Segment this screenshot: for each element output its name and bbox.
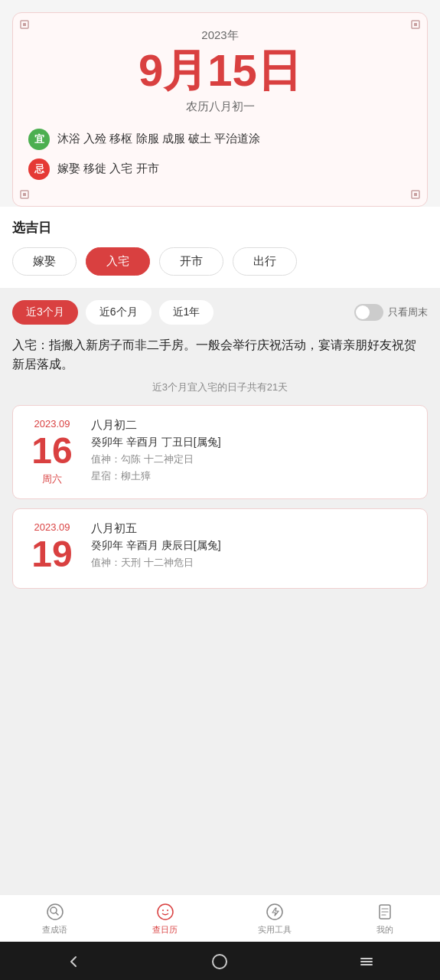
ji-text: 嫁娶 移徙 入宅 开市 (57, 158, 412, 178)
entry-1-shishen: 值神：勾陈 十二神定日 (91, 452, 415, 466)
xuanji-tags: 嫁娶 入宅 开市 出行 (12, 247, 428, 276)
svg-line-10 (56, 913, 58, 915)
calendar-face-icon (156, 903, 174, 921)
bottom-nav: 查成语 查日历 实用工具 (0, 894, 440, 942)
nav-label-mine: 我的 (376, 924, 393, 936)
xuanji-section: 选吉日 嫁娶 入宅 开市 出行 (0, 207, 440, 288)
svg-rect-7 (414, 193, 417, 196)
xuanji-tag-jiajian[interactable]: 嫁娶 (12, 247, 77, 276)
filter-6months[interactable]: 近6个月 (86, 300, 152, 325)
lightning-circle-icon (266, 903, 284, 921)
svg-rect-21 (360, 961, 373, 962)
nav-chachengy[interactable]: 查成语 (0, 903, 110, 936)
menu-button[interactable] (356, 951, 377, 972)
entry-1-weekday: 周六 (42, 472, 62, 486)
svg-rect-5 (23, 193, 26, 196)
entry-1-day: 16 (31, 433, 72, 469)
lunar-date: 农历八月初一 (28, 100, 412, 114)
corner-tl-decoration (19, 19, 41, 41)
system-nav (0, 942, 440, 980)
entry-2-info-col: 八月初五 癸卯年 辛酉月 庚辰日[属兔] 值神：天刑 十二神危日 (91, 521, 415, 576)
weekend-toggle[interactable] (354, 304, 383, 321)
entry-1-month: 2023.09 (34, 418, 70, 430)
nav-tools[interactable]: 实用工具 (220, 903, 331, 936)
filter-section: 近3个月 近6个月 近1年 只看周末 (0, 288, 440, 335)
nav-label-chachengy: 查成语 (42, 924, 67, 936)
big-date: 9月15日 (28, 46, 412, 95)
svg-rect-22 (360, 964, 373, 965)
entry-card-1[interactable]: 2023.09 16 周六 八月初二 癸卯年 辛酉月 丁丑日[属兔] 值神：勾陈… (12, 405, 428, 499)
corner-bl-decoration (19, 178, 41, 200)
entry-2-ganzhi: 癸卯年 辛酉月 庚辰日[属兔] (91, 539, 415, 553)
filter-row: 近3个月 近6个月 近1年 只看周末 (12, 300, 428, 325)
calendar-card: 2023年 9月15日 农历八月初一 宜 沐浴 入殓 移枢 除服 成服 破土 平… (12, 12, 428, 207)
svg-point-14 (267, 904, 282, 920)
entry-2-date-col: 2023.09 19 (25, 521, 79, 576)
home-button[interactable] (209, 951, 230, 972)
xuanji-tag-ruzhai[interactable]: 入宅 (86, 247, 150, 276)
entry-2-day: 19 (31, 536, 72, 573)
svg-point-13 (167, 910, 168, 911)
back-button[interactable] (63, 951, 84, 972)
yi-row: 宜 沐浴 入殓 移枢 除服 成服 破土 平治道涂 (28, 128, 412, 150)
year-label: 2023年 (28, 28, 412, 43)
description-section: 入宅：指搬入新房子而非二手房。一般会举行庆祝活动，宴请亲朋好友祝贺新居落成。 近… (0, 335, 440, 405)
corner-tr-decoration (399, 19, 421, 41)
weekend-toggle-container: 只看周末 (354, 304, 428, 321)
nav-label-tools: 实用工具 (258, 924, 292, 936)
ji-badge: 忌 (28, 158, 50, 180)
filter-3months[interactable]: 近3个月 (12, 300, 78, 325)
yi-text: 沐浴 入殓 移枢 除服 成服 破土 平治道涂 (57, 128, 412, 149)
entry-2-lunar: 八月初五 (91, 521, 415, 536)
filter-1year[interactable]: 近1年 (159, 300, 214, 325)
xuanji-title: 选吉日 (12, 219, 428, 237)
count-text: 近3个月宜入宅的日子共有21天 (12, 381, 428, 394)
entry-1-info-col: 八月初二 癸卯年 辛酉月 丁丑日[属兔] 值神：勾陈 十二神定日 星宿：柳土獐 (91, 418, 415, 486)
svg-point-8 (47, 904, 63, 920)
ji-row: 忌 嫁娶 移徙 入宅 开市 (28, 158, 412, 180)
xuanji-tag-chuxing[interactable]: 出行 (233, 247, 297, 276)
svg-rect-20 (360, 958, 373, 959)
svg-rect-3 (414, 23, 417, 26)
nav-charili[interactable]: 查日历 (110, 903, 220, 936)
corner-br-decoration (399, 178, 421, 200)
entry-2-month: 2023.09 (34, 521, 70, 533)
entry-1-lunar: 八月初二 (91, 418, 415, 433)
entry-card-2[interactable]: 2023.09 19 八月初五 癸卯年 辛酉月 庚辰日[属兔] 值神：天刑 十二… (12, 508, 428, 589)
svg-point-12 (162, 910, 164, 911)
entries-section: 2023.09 16 周六 八月初二 癸卯年 辛酉月 丁丑日[属兔] 值神：勾陈… (0, 405, 440, 894)
entry-1-date-col: 2023.09 16 周六 (25, 418, 79, 486)
svg-point-19 (213, 955, 227, 969)
xuanji-tag-kaishi[interactable]: 开市 (159, 247, 223, 276)
toggle-label: 只看周末 (388, 305, 428, 319)
document-list-icon (376, 903, 394, 921)
entry-1-xingxiu: 星宿：柳土獐 (91, 469, 415, 483)
entry-2-shishen: 值神：天刑 十二神危日 (91, 556, 415, 570)
svg-point-11 (158, 904, 173, 920)
description-text: 入宅：指搬入新房子而非二手房。一般会举行庆祝活动，宴请亲朋好友祝贺新居落成。 (12, 335, 428, 374)
yi-badge: 宜 (28, 129, 50, 150)
nav-label-charili: 查日历 (152, 924, 178, 936)
svg-rect-1 (23, 23, 26, 26)
entry-1-ganzhi: 癸卯年 辛酉月 丁丑日[属兔] (91, 436, 415, 449)
search-circle-icon (46, 903, 64, 921)
nav-mine[interactable]: 我的 (330, 903, 440, 936)
